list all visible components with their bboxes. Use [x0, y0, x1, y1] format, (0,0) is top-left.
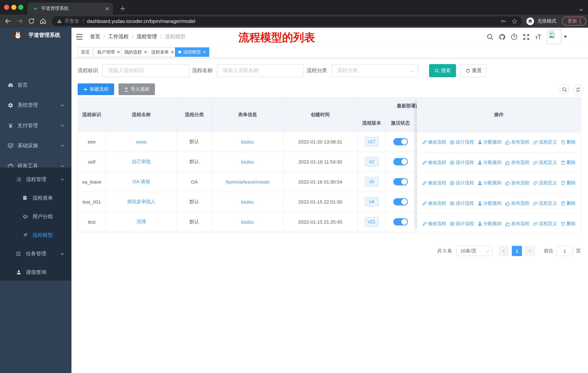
assign-rule-link[interactable]: 分配规则	[478, 221, 502, 227]
page-1-button[interactable]: 1	[512, 246, 522, 256]
forward-button[interactable]	[16, 18, 23, 25]
active-toggle[interactable]	[393, 218, 408, 225]
password-key-icon[interactable]	[501, 18, 506, 24]
active-toggle[interactable]	[393, 138, 408, 145]
version-tag[interactable]: v2	[365, 157, 378, 166]
close-icon[interactable]	[144, 51, 147, 53]
tab-tag-tenant[interactable]: 租户管理	[94, 47, 123, 57]
publish-process-link[interactable]: 发布流程	[505, 139, 529, 145]
help-icon[interactable]	[511, 33, 518, 40]
logo[interactable]: 芋道管理系统	[0, 30, 72, 44]
delete-link[interactable]: 删除	[561, 200, 576, 207]
reload-button[interactable]	[28, 18, 35, 25]
close-icon[interactable]	[117, 51, 120, 53]
process-definition-link[interactable]: 流程定义	[533, 200, 557, 207]
sidebar-item-process-mgmt[interactable]: 流程管理	[0, 170, 72, 189]
process-name-link[interactable]: OA 请假	[133, 179, 150, 184]
avatar[interactable]	[547, 30, 561, 44]
breadcrumb-workflow[interactable]: 工作流程	[108, 33, 129, 40]
sidebar-item-infra[interactable]: 基础设施	[0, 135, 72, 156]
active-toggle[interactable]	[393, 178, 408, 185]
process-definition-link[interactable]: 流程定义	[533, 180, 557, 186]
maximize-window-button[interactable]	[18, 5, 23, 10]
browser-tab[interactable]: 芋道管理系统	[27, 2, 113, 15]
form-info-link[interactable]: biubiu	[241, 219, 254, 225]
font-size-icon[interactable]	[535, 33, 542, 40]
goto-page-input[interactable]: 1	[556, 246, 573, 256]
process-definition-link[interactable]: 流程定义	[533, 221, 557, 227]
active-toggle[interactable]	[393, 198, 408, 205]
fullscreen-icon[interactable]	[523, 33, 530, 40]
form-info-link[interactable]: /bpm/oa/leave/create	[225, 179, 270, 184]
form-info-link[interactable]: biubiu	[241, 139, 254, 144]
tab-tag-process-form[interactable]: 流程表单	[148, 47, 177, 57]
process-definition-link[interactable]: 流程定义	[533, 139, 557, 145]
version-tag[interactable]: v21	[365, 217, 378, 227]
edit-process-link[interactable]: 修改流程	[422, 200, 446, 207]
prev-page-button[interactable]	[499, 246, 509, 256]
create-process-button[interactable]: 新建流程	[78, 83, 114, 95]
import-process-button[interactable]: 导入流程	[118, 83, 155, 95]
process-name-link[interactable]: eeee	[136, 139, 147, 144]
publish-process-link[interactable]: 发布流程	[505, 160, 529, 166]
caret-down-icon[interactable]	[564, 36, 567, 38]
search-button[interactable]: 搜索	[429, 64, 456, 77]
version-tag[interactable]: v17	[365, 137, 378, 146]
sidebar-item-system[interactable]: 系统管理	[0, 95, 72, 115]
refresh-table-button[interactable]	[573, 84, 583, 94]
sidebar-item-process-form[interactable]: 流程表单	[0, 189, 72, 207]
sidebar-item-user-group[interactable]: 用户分组	[0, 207, 72, 226]
close-window-button[interactable]	[4, 5, 9, 10]
back-button[interactable]	[4, 18, 12, 25]
search-icon[interactable]	[487, 33, 494, 40]
close-icon[interactable]	[171, 51, 174, 53]
hamburger-icon[interactable]	[76, 33, 83, 40]
sidebar-item-leave-query[interactable]: 请假查询	[0, 263, 72, 282]
sidebar-item-home[interactable]: 首页	[0, 75, 72, 95]
form-info-link[interactable]: biubiu	[241, 159, 254, 164]
process-name-link[interactable]: 自己审批	[132, 159, 151, 164]
edit-process-link[interactable]: 修改流程	[422, 221, 446, 227]
edit-process-link[interactable]: 修改流程	[422, 180, 446, 186]
address-bar[interactable]: 不安全 dashboard.yudao.iocoder.cn/bpm/manag…	[52, 16, 522, 26]
edit-process-link[interactable]: 修改流程	[422, 160, 446, 166]
version-tag[interactable]: v5	[365, 177, 378, 186]
process-id-input[interactable]: 请输入流程标识	[102, 64, 189, 77]
active-toggle[interactable]	[393, 158, 408, 165]
design-process-link[interactable]: 设计流程	[450, 221, 474, 227]
delete-link[interactable]: 删除	[561, 180, 576, 186]
breadcrumb-process-mgmt[interactable]: 流程管理	[137, 33, 157, 40]
hide-search-button[interactable]	[560, 84, 569, 94]
edit-process-link[interactable]: 修改流程	[422, 139, 446, 145]
tab-tag-process-model[interactable]: 流程模型	[175, 47, 209, 57]
delete-link[interactable]: 删除	[561, 160, 576, 166]
update-button[interactable]: 更新	[562, 17, 586, 26]
assign-rule-link[interactable]: 分配规则	[478, 139, 502, 145]
browser-menu-dots-icon[interactable]	[580, 19, 581, 23]
home-button[interactable]	[39, 18, 47, 25]
breadcrumb-home[interactable]: 首页	[90, 33, 100, 40]
process-name-link[interactable]: 测试多审批人	[127, 199, 156, 204]
tab-tag-my-process[interactable]: 我的流程	[121, 47, 150, 57]
process-definition-link[interactable]: 流程定义	[533, 160, 557, 166]
publish-process-link[interactable]: 发布流程	[505, 200, 529, 207]
close-icon[interactable]	[203, 51, 206, 53]
process-name-link[interactable]: 滔博	[136, 219, 146, 224]
process-category-select[interactable]: 流程分类	[331, 64, 418, 77]
bookmark-star-icon[interactable]	[511, 18, 518, 24]
process-name-input[interactable]: 请输入流程名称	[217, 64, 304, 77]
publish-process-link[interactable]: 发布流程	[505, 180, 529, 186]
form-info-link[interactable]: biubiu	[241, 199, 254, 204]
url-text[interactable]: dashboard.yudao.iocoder.cn/bpm/manager/m…	[87, 18, 501, 24]
design-process-link[interactable]: 设计流程	[450, 180, 474, 186]
sidebar-item-payment[interactable]: 支付管理	[0, 115, 72, 135]
github-icon[interactable]	[499, 33, 506, 40]
assign-rule-link[interactable]: 分配规则	[478, 160, 502, 166]
design-process-link[interactable]: 设计流程	[450, 160, 474, 166]
page-size-select[interactable]: 10条/页	[456, 246, 493, 256]
version-tag[interactable]: v4	[365, 197, 378, 207]
tab-tag-home[interactable]: 首页	[78, 47, 93, 57]
minimize-window-button[interactable]	[11, 5, 16, 10]
design-process-link[interactable]: 设计流程	[450, 139, 474, 145]
next-page-button[interactable]	[525, 246, 535, 256]
